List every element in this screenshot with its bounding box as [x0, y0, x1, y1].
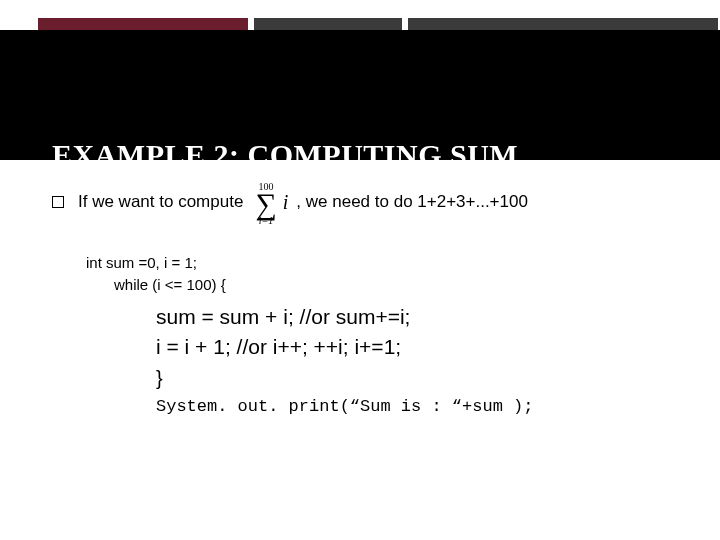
bullet-pre: If we want to compute — [78, 192, 243, 212]
sigma-icon: 100 ∑ i=1 — [255, 182, 276, 226]
code-block: int sum =0, i = 1; while (i <= 100) { su… — [86, 252, 672, 420]
code-print: System. out. print(“Sum is : “+sum ); — [156, 395, 672, 420]
code-line-1: sum = sum + i; //or sum+=i; — [156, 302, 672, 332]
accent-bar-left — [38, 18, 248, 30]
summation-expr: 100 ∑ i=1 i — [251, 180, 288, 224]
bullet-icon — [52, 196, 64, 208]
sigma-lower: i=1 — [259, 216, 274, 226]
bullet-line: If we want to compute 100 ∑ i=1 i , we n… — [52, 180, 672, 224]
bullet-post: , we need to do 1+2+3+...+100 — [296, 192, 528, 212]
code-decl-2: while (i <= 100) { — [114, 274, 672, 296]
code-line-2: i = i + 1; //or i++; ++i; i+=1; — [156, 332, 672, 362]
code-decl-1: int sum =0, i = 1; — [86, 252, 672, 274]
sigma-symbol: ∑ — [255, 192, 276, 216]
title-band: EXAMPLE 2: COMPUTING SUM — [0, 30, 720, 160]
slide-title: EXAMPLE 2: COMPUTING SUM — [52, 138, 518, 172]
accent-bar-right — [408, 18, 718, 30]
sigma-var: i — [283, 191, 289, 214]
code-body: sum = sum + i; //or sum+=i; i = i + 1; /… — [156, 302, 672, 421]
accent-bar-mid — [254, 18, 402, 30]
slide-body: If we want to compute 100 ∑ i=1 i , we n… — [52, 180, 672, 420]
code-close: } — [156, 364, 672, 393]
